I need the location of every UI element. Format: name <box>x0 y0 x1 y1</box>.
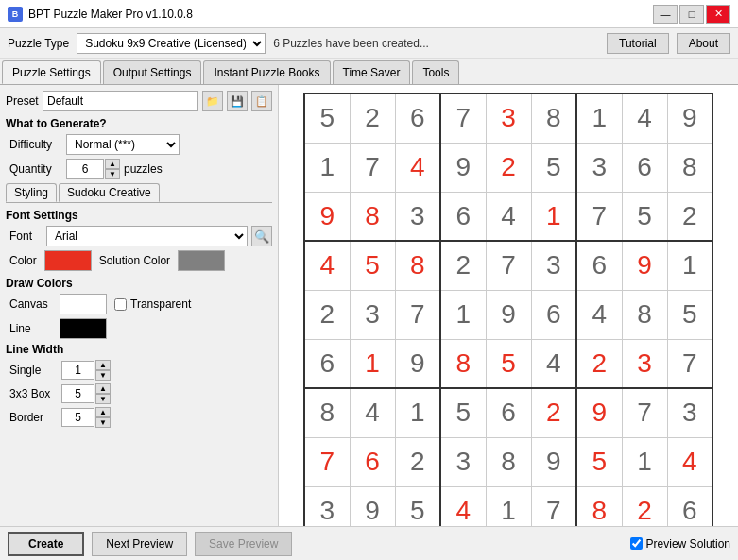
single-input[interactable] <box>61 361 94 380</box>
tab-puzzle-settings[interactable]: Puzzle Settings <box>2 60 101 84</box>
sudoku-cell: 8 <box>531 93 576 143</box>
draw-colors-label: Draw Colors <box>6 277 272 290</box>
app-icon: B <box>8 7 23 22</box>
main-content: Preset 📁 💾 📋 What to Generate? Difficult… <box>0 85 738 526</box>
sudoku-cell: 5 <box>531 143 576 192</box>
border-label: Border <box>9 411 61 424</box>
transparent-checkbox[interactable] <box>114 298 127 311</box>
sudoku-cell: 1 <box>622 437 667 486</box>
preview-solution-label: Preview Solution <box>630 537 730 551</box>
preview-solution-checkbox[interactable] <box>630 537 643 550</box>
quantity-up[interactable]: ▲ <box>105 159 120 169</box>
search-icon: 🔍 <box>254 229 269 244</box>
next-preview-button[interactable]: Next Preview <box>92 532 187 556</box>
border-down[interactable]: ▼ <box>95 417 111 428</box>
sudoku-grid: 5267381491749253689836417524582736912371… <box>303 93 713 526</box>
preset-saveas-button[interactable]: 📋 <box>251 91 272 111</box>
sudoku-cell: 2 <box>304 290 350 339</box>
difficulty-label: Difficulty <box>9 138 66 151</box>
color-swatch-gray[interactable] <box>178 250 225 271</box>
sudoku-cell: 3 <box>395 192 440 241</box>
sudoku-cell: 3 <box>440 437 486 486</box>
sudoku-cell: 9 <box>667 93 712 143</box>
save-preview-button[interactable]: Save Preview <box>195 532 292 556</box>
line-label: Line <box>9 322 52 335</box>
font-select[interactable]: Arial <box>46 226 248 246</box>
transparent-text: Transparent <box>130 297 191 311</box>
sudoku-cell: 2 <box>531 388 576 437</box>
right-panel: 5267381491749253689836417524582736912371… <box>279 85 738 526</box>
single-up[interactable]: ▲ <box>95 360 111 370</box>
sudoku-cell: 4 <box>667 437 712 486</box>
single-spinner: ▲ ▼ <box>95 360 111 381</box>
status-text: 6 Puzzles have been created... <box>273 37 599 50</box>
sudoku-cell: 8 <box>576 486 622 526</box>
preset-label: Preset <box>6 94 39 108</box>
box3x3-spinner: ▲ ▼ <box>95 383 111 404</box>
close-button[interactable]: ✕ <box>706 5 730 24</box>
header: Puzzle Type Sudoku 9x9 Creative (License… <box>0 28 738 59</box>
sudoku-cell: 6 <box>531 290 576 339</box>
canvas-label: Canvas <box>9 297 52 311</box>
create-button[interactable]: Create <box>8 532 84 556</box>
sudoku-cell: 1 <box>486 486 531 526</box>
styling-tabs: Styling Sudoku Creative <box>6 183 272 203</box>
sudoku-cell: 8 <box>667 143 712 192</box>
box3x3-label: 3x3 Box <box>9 387 61 400</box>
single-row: Single ▲ ▼ <box>6 360 272 381</box>
box3x3-down[interactable]: ▼ <box>95 394 111 404</box>
font-search-button[interactable]: 🔍 <box>251 226 272 246</box>
sudoku-cell: 1 <box>350 339 395 388</box>
preset-input[interactable] <box>43 91 198 111</box>
canvas-color-swatch[interactable] <box>60 294 107 314</box>
canvas-row: Canvas Transparent <box>6 294 272 314</box>
sudoku-cell: 7 <box>667 339 712 388</box>
box3x3-up[interactable]: ▲ <box>95 383 111 394</box>
sudoku-cell: 7 <box>531 486 576 526</box>
styling-tab-creative[interactable]: Sudoku Creative <box>59 183 160 202</box>
styling-tab-label[interactable]: Styling <box>6 183 57 202</box>
sudoku-cell: 3 <box>486 93 531 143</box>
box3x3-input[interactable] <box>61 384 94 403</box>
tab-instant-puzzle-books[interactable]: Instant Puzzle Books <box>203 60 330 84</box>
sudoku-cell: 8 <box>304 388 350 437</box>
title-bar-buttons: — □ ✕ <box>653 5 730 24</box>
about-button[interactable]: About <box>677 33 730 54</box>
single-down[interactable]: ▼ <box>95 370 111 381</box>
sudoku-cell: 4 <box>531 339 576 388</box>
preset-save-button[interactable]: 💾 <box>227 91 248 111</box>
what-to-generate-label: What to Generate? <box>6 117 272 130</box>
sudoku-cell: 5 <box>486 339 531 388</box>
tab-output-settings[interactable]: Output Settings <box>103 60 202 84</box>
preset-folder-button[interactable]: 📁 <box>202 91 223 111</box>
sudoku-cell: 3 <box>531 241 576 290</box>
sudoku-cell: 1 <box>440 290 486 339</box>
minimize-button[interactable]: — <box>653 5 678 24</box>
sudoku-cell: 9 <box>440 143 486 192</box>
sudoku-cell: 2 <box>350 93 395 143</box>
color-swatch-red[interactable] <box>44 250 92 271</box>
tab-time-saver[interactable]: Time Saver <box>333 60 411 84</box>
difficulty-select[interactable]: Normal (***) <box>66 134 180 155</box>
sudoku-cell: 9 <box>531 437 576 486</box>
sudoku-cell: 2 <box>576 339 622 388</box>
quantity-label: Quantity <box>9 162 66 176</box>
maximize-button[interactable]: □ <box>679 5 704 24</box>
sudoku-cell: 3 <box>350 290 395 339</box>
sudoku-cell: 5 <box>395 486 440 526</box>
border-input[interactable] <box>61 408 94 427</box>
sudoku-cell: 6 <box>667 486 712 526</box>
font-settings-label: Font Settings <box>6 209 272 222</box>
sudoku-cell: 4 <box>304 241 350 290</box>
border-up[interactable]: ▲ <box>95 407 111 417</box>
tutorial-button[interactable]: Tutorial <box>607 33 669 54</box>
puzzles-label: puzzles <box>124 162 163 176</box>
puzzle-type-select[interactable]: Sudoku 9x9 Creative (Licensed) <box>77 33 266 54</box>
tab-tools[interactable]: Tools <box>412 60 459 84</box>
sudoku-cell: 6 <box>395 93 440 143</box>
quantity-down[interactable]: ▼ <box>105 169 120 179</box>
quantity-input[interactable] <box>66 159 104 179</box>
line-color-swatch[interactable] <box>60 318 107 339</box>
sudoku-cell: 8 <box>395 241 440 290</box>
sudoku-cell: 6 <box>304 339 350 388</box>
